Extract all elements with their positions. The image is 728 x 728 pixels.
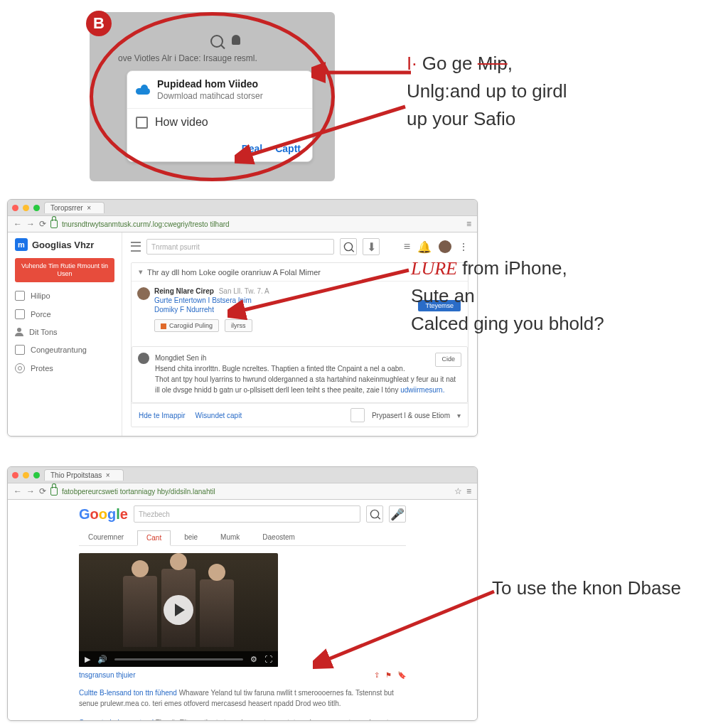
tag-chip[interactable]: ilyrss xyxy=(225,319,252,332)
reload-button[interactable]: ⟳ xyxy=(39,486,46,496)
browser-tab[interactable]: Toropsrrer × xyxy=(44,202,105,213)
more-icon[interactable]: ⋮ xyxy=(459,241,469,252)
reply-author[interactable]: Mongdiet xyxy=(155,354,184,362)
gear-icon xyxy=(15,363,25,373)
footer-link[interactable]: Wisundet capit xyxy=(196,412,242,419)
tag-chip[interactable]: Carogiid Puling xyxy=(154,319,219,332)
post-author[interactable]: Reing Nlare Cirep xyxy=(154,287,214,295)
annotation-3: To use the knon Dbase xyxy=(492,574,681,602)
mic-button[interactable]: 🎤 xyxy=(389,505,406,523)
minimize-window-icon[interactable] xyxy=(23,472,29,478)
dialog-subtitle: Dowmload matihcad storser xyxy=(157,91,263,101)
reload-button[interactable]: ⟳ xyxy=(39,219,46,229)
footer-button[interactable] xyxy=(350,408,365,422)
sidebar-item-2[interactable]: Dit Tons xyxy=(15,328,114,336)
capt-button[interactable]: Captt xyxy=(275,143,301,154)
result-2: Cosun tadurher rectend The.dt. Elteure t… xyxy=(79,717,406,721)
sidebar-item-3[interactable]: Congeutrantung xyxy=(15,345,114,355)
maximize-window-icon[interactable] xyxy=(33,205,40,211)
volume-icon[interactable]: 🔊 xyxy=(97,655,107,664)
download-button[interactable]: ⬇ xyxy=(363,238,380,255)
search-input[interactable]: Thezbech xyxy=(134,505,360,523)
cloud-icon xyxy=(136,85,150,95)
sidebar-item-1[interactable]: Porce xyxy=(15,309,114,319)
play-button[interactable]: ▶ xyxy=(85,655,90,664)
back-button[interactable]: ← xyxy=(14,486,22,496)
result-tabs: Couremner Cant beie Mumk Daeostem xyxy=(79,530,406,546)
doc-icon xyxy=(15,291,25,301)
close-window-icon[interactable] xyxy=(12,205,18,211)
reply: Mongdiet Sen ih Cide Hsend chita inrorlt… xyxy=(132,346,468,403)
address-bar[interactable]: tnursndtrwytsanmtusk.curm/.log:cwegriy/t… xyxy=(62,220,462,228)
sidebar: mGooglias Vhzr Vuhende Tim Rutie Rmount … xyxy=(8,232,122,437)
address-bar[interactable]: fatobpereurcsweti tortanniagy hby/didsil… xyxy=(62,488,450,496)
code-button[interactable]: Cide xyxy=(435,353,461,367)
search-button[interactable] xyxy=(366,505,383,523)
lock-icon xyxy=(50,487,58,496)
search-area xyxy=(210,35,240,48)
person-icon xyxy=(15,328,23,336)
sidebar-item-0[interactable]: Hilipo xyxy=(15,291,114,301)
thread-footer: Hde te Imappir Wisundet capit Prypasert … xyxy=(132,403,468,427)
progress-bar[interactable] xyxy=(114,658,243,660)
result-title[interactable]: Cosun tadurher rectend xyxy=(79,719,154,721)
video-player[interactable]: ▶ 🔊 ⚙ ⛶ xyxy=(79,553,278,667)
avatar[interactable] xyxy=(439,240,451,253)
flag-icon[interactable]: ⚑ xyxy=(385,671,392,679)
page-subtitle: ove Viotles Alr i Dace: Irsauge resml. xyxy=(118,53,257,63)
settings-icon[interactable]: ⚙ xyxy=(250,655,257,664)
doc-icon xyxy=(15,309,25,319)
menu-button[interactable]: ≡ xyxy=(466,219,471,229)
share-icon[interactable]: ⇪ xyxy=(374,671,380,679)
minimize-window-icon[interactable] xyxy=(23,205,29,211)
result-1: Cultte B-lensand ton ttn fühend Whaware … xyxy=(79,687,406,709)
tab-2[interactable]: beie xyxy=(175,530,207,545)
play-icon[interactable] xyxy=(164,595,193,625)
notification-icon[interactable]: 🔔 xyxy=(417,240,432,254)
annotation-2: LURE from iPhone, Sute an Calced ging yo… xyxy=(411,255,717,338)
primary-action-button[interactable]: Vuhende Tim Rutie Rmount tin Usen xyxy=(15,258,114,282)
dialog-option-how[interactable]: How video xyxy=(127,108,312,136)
dialog-row2-label: How video xyxy=(155,116,208,129)
menu-button[interactable]: ≡ xyxy=(466,486,471,496)
lock-icon xyxy=(50,220,58,228)
close-window-icon[interactable] xyxy=(12,472,18,478)
search-input[interactable]: Tnrmant psurrit xyxy=(146,239,334,255)
sidebar-item-4[interactable]: Protes xyxy=(15,363,114,373)
forward-button[interactable]: → xyxy=(26,486,35,496)
bookmark-icon[interactable]: 🔖 xyxy=(397,671,406,679)
back-button[interactable]: ← xyxy=(14,219,22,229)
doc-icon xyxy=(15,345,25,355)
video-caption: tnsgransun thjuier ⇪⚑🔖 xyxy=(79,671,406,679)
browser-window-forum: Toropsrrer × ← → ⟳ tnursndtrwytsanmtusk.… xyxy=(7,199,478,437)
google-logo[interactable]: Google xyxy=(79,506,128,523)
tab-3[interactable]: Mumk xyxy=(211,530,249,545)
menu-icon[interactable]: ≡ xyxy=(404,240,410,253)
bookmark-icon[interactable]: ☆ xyxy=(454,486,462,496)
search-icon[interactable] xyxy=(210,35,223,48)
brand-logo[interactable]: mGooglias Vhzr xyxy=(15,238,114,251)
deal-button[interactable]: Deal xyxy=(242,143,263,154)
tab-0[interactable]: Couremner xyxy=(79,530,133,545)
browser-window-video: Thio Prpoitstaas × ← → ⟳ fatobpereurcswe… xyxy=(7,466,478,721)
caption-link[interactable]: tnsgransun thjuier xyxy=(79,671,136,679)
reply-meta: Sen ih xyxy=(186,354,206,362)
reply-body: Hsend chita inrorlttn. Bugle ncreltes. T… xyxy=(155,363,460,374)
reply-body: Thot ant tpy houl lyarrins to hwrund old… xyxy=(155,374,460,395)
reply-link[interactable]: udwiirmesurn. xyxy=(400,386,444,394)
tab-1[interactable]: Cant xyxy=(137,530,171,546)
browser-tab[interactable]: Thio Prpoitstaas × xyxy=(44,469,124,481)
fullscreen-icon[interactable]: ⛶ xyxy=(264,655,272,663)
tab-4[interactable]: Daeostem xyxy=(253,530,304,545)
search-button[interactable] xyxy=(340,238,357,255)
footer-link[interactable]: Hde te Imappir xyxy=(139,412,186,419)
hamburger-icon[interactable] xyxy=(131,242,141,252)
forward-button[interactable]: → xyxy=(26,219,35,229)
video-controls: ▶ 🔊 ⚙ ⛶ xyxy=(79,651,278,667)
step-badge: B xyxy=(86,11,112,36)
dialog-option-upload[interactable]: Pupidead hom Viideo Dowmload matihcad st… xyxy=(127,71,312,108)
avatar xyxy=(137,287,150,300)
result-title[interactable]: Cultte B-lensand ton ttn fühend xyxy=(79,689,177,697)
maximize-window-icon[interactable] xyxy=(33,472,40,478)
notification-icon[interactable] xyxy=(232,35,240,45)
